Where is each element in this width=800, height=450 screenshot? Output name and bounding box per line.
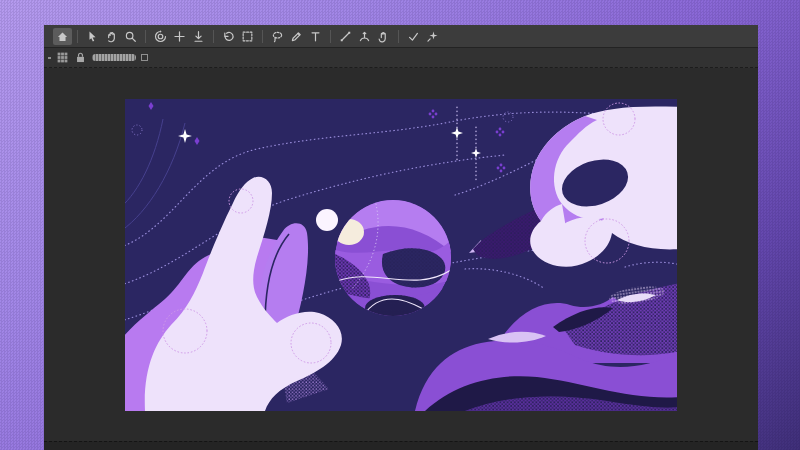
palm-icon (377, 30, 390, 43)
toolbar-separator (330, 30, 331, 43)
layer-name-scrubber[interactable] (92, 54, 136, 61)
palm-tool-button[interactable] (374, 28, 393, 45)
main-toolbar (44, 25, 758, 48)
lock-icon[interactable] (74, 51, 87, 64)
row-bullet (48, 57, 51, 59)
magnifier-icon (124, 30, 137, 43)
undo-icon (222, 30, 235, 43)
orbit-tool-button[interactable] (151, 28, 170, 45)
toolbar-separator (77, 30, 78, 43)
smooth-tool-button[interactable] (404, 28, 423, 45)
illustration-svg (125, 99, 677, 411)
toolbar-separator (213, 30, 214, 43)
marquee-tool-button[interactable] (238, 28, 257, 45)
editor-window (44, 25, 758, 450)
marquee-icon (241, 30, 254, 43)
add-tool-button[interactable] (170, 28, 189, 45)
arrow-down-icon (192, 30, 205, 43)
pin-tool-button[interactable] (423, 28, 442, 45)
hand-tool-button[interactable] (102, 28, 121, 45)
text-icon (309, 30, 322, 43)
canvas-workspace[interactable] (44, 68, 758, 441)
home-tool-button[interactable] (53, 28, 72, 45)
hand-icon (105, 30, 118, 43)
toolbar-separator (145, 30, 146, 43)
check-icon (407, 30, 420, 43)
undo-tool-button[interactable] (219, 28, 238, 45)
plus-icon (173, 30, 186, 43)
text-tool-button[interactable] (306, 28, 325, 45)
cursor-icon (86, 30, 99, 43)
timeline-strip (44, 441, 758, 450)
layer-end-marker[interactable] (141, 54, 148, 61)
grid-icon[interactable] (56, 51, 69, 64)
pencil-tool-button[interactable] (287, 28, 306, 45)
toolbar-separator (398, 30, 399, 43)
line-icon (339, 30, 352, 43)
toolbar-separator (262, 30, 263, 43)
pencil-icon (290, 30, 303, 43)
line-tool-button[interactable] (336, 28, 355, 45)
select-tool-button[interactable] (83, 28, 102, 45)
orbit-icon (154, 30, 167, 43)
moon[interactable] (316, 209, 338, 231)
lasso-icon (271, 30, 284, 43)
pin-icon (426, 30, 439, 43)
anchor-tool-button[interactable] (355, 28, 374, 45)
zoom-tool-button[interactable] (121, 28, 140, 45)
anchor-icon (358, 30, 371, 43)
home-icon (56, 30, 69, 43)
layer-bar (44, 48, 758, 68)
insert-down-tool-button[interactable] (189, 28, 208, 45)
lasso-tool-button[interactable] (268, 28, 287, 45)
artboard[interactable] (125, 99, 677, 411)
